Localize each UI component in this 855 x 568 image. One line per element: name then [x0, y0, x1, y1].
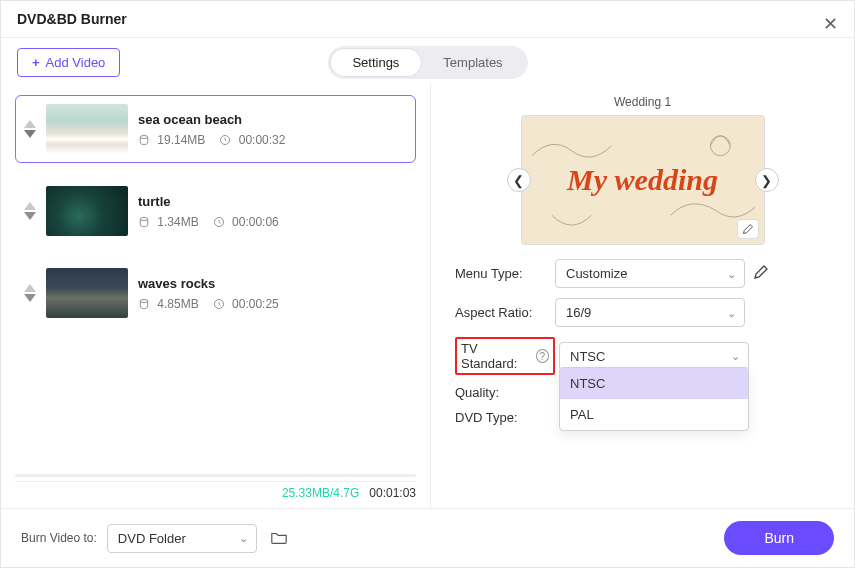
video-title: waves rocks [138, 276, 279, 291]
tv-standard-label: TV Standard: ? [455, 337, 555, 375]
folder-icon [270, 530, 288, 546]
next-template-button[interactable]: ❯ [755, 168, 779, 192]
app-window: DVD&BD Burner ✕ + Add Video Settings Tem… [0, 0, 855, 568]
main-area: sea ocean beach 19.14MB 00:00:32 [1, 83, 854, 508]
browse-folder-button[interactable] [267, 527, 291, 549]
clock-icon [213, 216, 225, 228]
duration: 00:00:32 [219, 133, 285, 147]
tab-templates[interactable]: Templates [421, 49, 524, 76]
chevron-down-icon: ⌄ [727, 267, 736, 280]
video-title: sea ocean beach [138, 112, 285, 127]
chevron-down-icon: ⌄ [727, 306, 736, 319]
video-thumbnail [46, 268, 128, 318]
edit-menu-button[interactable] [753, 264, 769, 283]
plus-icon: + [32, 55, 40, 70]
video-stats: 19.14MB 00:00:32 [138, 133, 285, 147]
chevron-down-icon: ⌄ [239, 532, 248, 545]
list-item[interactable]: waves rocks 4.85MB 00:00:25 [15, 259, 416, 327]
menu-type-label: Menu Type: [455, 266, 555, 281]
add-video-label: Add Video [46, 55, 106, 70]
clock-icon [213, 298, 225, 310]
footer-bar: Burn Video to: DVD Folder ⌄ Burn [1, 508, 854, 567]
move-up-icon[interactable] [24, 120, 36, 128]
progress-track [15, 474, 416, 477]
aspect-ratio-label: Aspect Ratio: [455, 305, 555, 320]
edit-template-button[interactable] [738, 220, 758, 238]
storage-icon [138, 298, 150, 310]
disc-usage: 25.33MB/4.7G 00:01:03 [15, 470, 416, 500]
duration: 00:00:06 [213, 215, 279, 229]
file-size: 1.34MB [138, 215, 199, 229]
dropdown-option-ntsc[interactable]: NTSC [560, 368, 748, 399]
template-name: Wedding 1 [455, 95, 830, 109]
template-preview-area: ❮ My wedding ❯ [455, 115, 830, 245]
move-down-icon[interactable] [24, 294, 36, 302]
burn-to-label: Burn Video to: [21, 531, 97, 545]
toolbar: + Add Video Settings Templates [1, 38, 854, 83]
total-size: 25.33MB/4.7G [282, 486, 359, 500]
reorder-controls [24, 284, 36, 302]
close-icon[interactable]: ✕ [823, 13, 838, 35]
tab-settings[interactable]: Settings [330, 49, 421, 76]
row-menu-type: Menu Type: Customize ⌄ [455, 259, 830, 288]
dropdown-option-pal[interactable]: PAL [560, 399, 748, 430]
chevron-down-icon: ⌄ [731, 350, 740, 363]
svg-point-2 [140, 217, 148, 220]
video-list-panel: sea ocean beach 19.14MB 00:00:32 [1, 83, 431, 508]
tv-standard-dropdown: NTSC PAL [559, 367, 749, 431]
menu-type-select[interactable]: Customize ⌄ [555, 259, 745, 288]
template-caption: My wedding [567, 163, 718, 197]
template-preview: My wedding [521, 115, 765, 245]
duration: 00:00:25 [213, 297, 279, 311]
move-up-icon[interactable] [24, 202, 36, 210]
row-aspect-ratio: Aspect Ratio: 16/9 ⌄ [455, 298, 830, 327]
video-thumbnail [46, 186, 128, 236]
add-video-button[interactable]: + Add Video [17, 48, 120, 77]
reorder-controls [24, 120, 36, 138]
move-down-icon[interactable] [24, 130, 36, 138]
burn-button[interactable]: Burn [724, 521, 834, 555]
svg-point-0 [140, 135, 148, 138]
storage-icon [138, 134, 150, 146]
window-title: DVD&BD Burner [17, 11, 127, 27]
help-icon[interactable]: ? [536, 349, 549, 363]
video-list: sea ocean beach 19.14MB 00:00:32 [15, 95, 416, 470]
total-runtime: 00:01:03 [369, 486, 416, 500]
title-bar: DVD&BD Burner ✕ [1, 1, 854, 38]
list-item[interactable]: turtle 1.34MB 00:00:06 [15, 177, 416, 245]
clock-icon [219, 134, 231, 146]
move-up-icon[interactable] [24, 284, 36, 292]
video-title: turtle [138, 194, 279, 209]
burn-target-select[interactable]: DVD Folder ⌄ [107, 524, 257, 553]
svg-point-4 [140, 299, 148, 302]
settings-panel: Wedding 1 ❮ My wedding ❯ Menu Type: [431, 83, 854, 508]
file-size: 19.14MB [138, 133, 205, 147]
storage-icon [138, 216, 150, 228]
video-meta: turtle 1.34MB 00:00:06 [138, 194, 279, 229]
aspect-ratio-select[interactable]: 16/9 ⌄ [555, 298, 745, 327]
quality-label: Quality: [455, 385, 555, 400]
reorder-controls [24, 202, 36, 220]
file-size: 4.85MB [138, 297, 199, 311]
video-meta: waves rocks 4.85MB 00:00:25 [138, 276, 279, 311]
video-thumbnail [46, 104, 128, 154]
pencil-icon [742, 223, 754, 235]
svg-point-6 [710, 136, 730, 156]
dvd-type-label: DVD Type: [455, 410, 555, 425]
view-tabs: Settings Templates [327, 46, 527, 79]
video-stats: 4.85MB 00:00:25 [138, 297, 279, 311]
pencil-icon [753, 264, 769, 280]
move-down-icon[interactable] [24, 212, 36, 220]
video-meta: sea ocean beach 19.14MB 00:00:32 [138, 112, 285, 147]
prev-template-button[interactable]: ❮ [507, 168, 531, 192]
list-item[interactable]: sea ocean beach 19.14MB 00:00:32 [15, 95, 416, 163]
row-tv-standard: TV Standard: ? NTSC ⌄ NTSC PAL [455, 337, 830, 375]
video-stats: 1.34MB 00:00:06 [138, 215, 279, 229]
